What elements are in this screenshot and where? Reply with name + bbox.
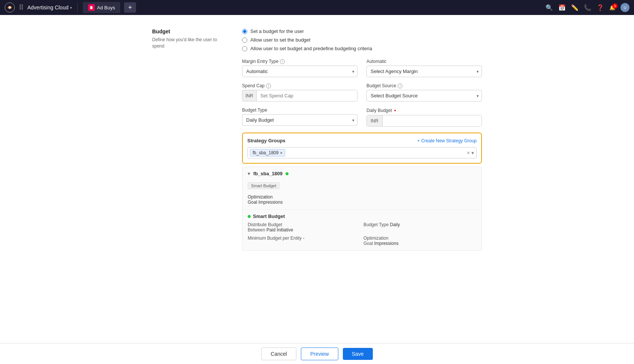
smart-budget-badge-wrapper: Smart Budget	[242, 180, 481, 189]
daily-budget-group: Daily Budget • INR 10	[366, 107, 482, 127]
section-label: Budget Define how you'd like the user to…	[152, 28, 227, 251]
svg-point-1	[9, 6, 11, 9]
agency-margin-select[interactable]: Select Agency Margin	[366, 66, 482, 77]
brand-menu[interactable]: Advertising Cloud ▾	[27, 4, 72, 10]
margin-entry-type-select-wrapper: Automatic Manual	[242, 66, 357, 77]
strategy-groups-input[interactable]: fb_sba_1809 × × ▾	[247, 147, 477, 158]
radio-set-budget[interactable]: Set a budget for the user	[242, 28, 482, 34]
margin-entry-type-select[interactable]: Automatic Manual	[242, 66, 357, 77]
section-description: Define how you'd like the user to spend	[152, 37, 227, 49]
radio-allow-predefine[interactable]: Allow user to set budget and predefine b…	[242, 46, 482, 51]
form-grid-top: Margin Entry Type i Automatic Manual Aut…	[242, 59, 482, 77]
smart-goal-key: Goal	[363, 241, 374, 246]
tag-actions: × ▾	[467, 150, 474, 156]
radio-set-budget-label: Set a budget for the user	[250, 28, 304, 34]
app-logo	[4, 2, 15, 13]
create-strategy-link[interactable]: + Create New Strategy Group	[417, 138, 477, 143]
smart-budget-grid: Distribute Budget Between Paid Initiativ…	[248, 222, 476, 246]
smart-optimization-key: Optimization	[363, 236, 389, 241]
goal-value: Impressions	[259, 200, 283, 205]
spend-cap-input[interactable]	[257, 90, 357, 101]
add-tab-button[interactable]: +	[124, 2, 136, 13]
grid-icon[interactable]: ⠿	[19, 3, 24, 12]
phone-icon[interactable]: 📞	[584, 4, 591, 11]
budget-source-info-icon[interactable]: i	[398, 84, 402, 88]
strategy-tag-remove[interactable]: ×	[280, 151, 282, 155]
strategy-tag: fb_sba_1809 ×	[250, 149, 285, 157]
automatic-label: Automatic	[366, 59, 482, 64]
strategy-groups-box: Strategy Groups + Create New Strategy Gr…	[242, 133, 482, 164]
smart-budget-badge: Smart Budget	[248, 182, 280, 189]
section-title: Budget	[152, 28, 227, 34]
min-budget-row: Minimum Budget per Entity -	[248, 236, 360, 246]
nav-divider	[77, 3, 78, 12]
strategy-tag-label: fb_sba_1809	[253, 150, 278, 155]
budget-type-select[interactable]: Daily Budget Lifetime Budget	[242, 114, 357, 126]
agency-margin-select-wrapper: Select Agency Margin	[366, 66, 482, 77]
topnav-right: 🔍 📅 ✏️ 📞 ❓ 🔔 3 U	[546, 3, 630, 12]
between-key: Between	[248, 227, 266, 233]
daily-budget-currency: INR	[367, 115, 383, 126]
spend-cap-info-icon[interactable]: i	[266, 84, 271, 88]
form-grid-mid: Spend Cap i INR Budget Source i	[242, 83, 482, 101]
user-avatar[interactable]: U	[621, 3, 630, 12]
smart-goal-value: Impressions	[374, 241, 399, 246]
budget-source-label: Budget Source i	[366, 83, 482, 88]
smart-budget-label: Smart Budget	[253, 213, 285, 219]
brand-chevron-icon: ▾	[70, 6, 72, 10]
daily-budget-input-group: INR 10	[366, 115, 482, 127]
budget-type-select-wrapper: Daily Budget Lifetime Budget	[242, 114, 357, 126]
daily-budget-input[interactable]: 10	[383, 115, 481, 126]
strategy-detail-body: Optimization Goal Impressions	[242, 189, 481, 209]
optimization-row: Optimization Goal Impressions	[248, 194, 476, 205]
brand-label: Advertising Cloud	[27, 4, 69, 10]
spend-cap-currency: INR	[242, 90, 257, 101]
radio-allow-user[interactable]: Allow user to set the budget	[242, 37, 482, 43]
calendar-icon[interactable]: 📅	[558, 4, 566, 11]
spend-cap-label: Spend Cap i	[242, 83, 357, 88]
strategy-tag-input[interactable]	[287, 149, 465, 157]
notification-count: 3	[612, 3, 618, 9]
strategy-detail-name: fb_sba_1809	[253, 171, 283, 176]
search-icon[interactable]: 🔍	[546, 4, 553, 11]
margin-entry-type-label: Margin Entry Type i	[242, 59, 357, 64]
goal-label: Goal	[248, 200, 259, 205]
budget-type-value: Daily	[390, 222, 400, 227]
tab-ad-buys[interactable]: 📋 Ad Buys	[83, 2, 120, 13]
distribute-budget-row: Distribute Budget Between Paid Initiativ…	[248, 222, 360, 233]
spend-cap-group: Spend Cap i INR	[242, 83, 357, 101]
smart-optimization-row: Optimization Goal Impressions	[363, 236, 476, 246]
help-icon[interactable]: ❓	[597, 4, 604, 11]
budget-type-key: Budget Type	[363, 222, 390, 227]
budget-type-group: Budget Type Daily Budget Lifetime Budget	[242, 107, 357, 127]
notification-bell[interactable]: 🔔 3	[609, 5, 615, 10]
min-budget-value: -	[303, 236, 304, 241]
collapse-icon[interactable]: ▾	[248, 171, 250, 176]
topnav: ⠿ Advertising Cloud ▾ 📋 Ad Buys + 🔍 📅 ✏️…	[0, 0, 634, 15]
form-grid-budget-type: Budget Type Daily Budget Lifetime Budget…	[242, 107, 482, 127]
daily-budget-label: Daily Budget •	[366, 107, 482, 113]
tag-chevron-icon[interactable]: ▾	[471, 150, 474, 156]
strategy-status-dot	[286, 172, 289, 175]
section-fields: Set a budget for the user Allow user to …	[242, 28, 482, 251]
edit-icon[interactable]: ✏️	[571, 4, 579, 11]
budget-radio-group: Set a budget for the user Allow user to …	[242, 28, 482, 51]
tab-icon: 📋	[88, 4, 95, 11]
min-budget-key: Minimum Budget per Entity	[248, 236, 303, 241]
smart-budget-section-title: Smart Budget	[248, 213, 476, 219]
smart-budget-section: Smart Budget Distribute Budget Between P…	[242, 209, 481, 251]
strategy-groups-title: Strategy Groups	[247, 138, 286, 143]
budget-source-select-wrapper: Select Budget Source	[366, 90, 482, 101]
margin-info-icon[interactable]: i	[280, 59, 285, 64]
tab-label: Ad Buys	[97, 5, 115, 10]
tag-clear-icon[interactable]: ×	[467, 150, 470, 156]
budget-type-row: Budget Type Daily	[363, 222, 476, 233]
daily-budget-required: •	[394, 107, 396, 113]
spend-cap-input-group: INR	[242, 90, 357, 101]
radio-allow-predefine-label: Allow user to set budget and predefine b…	[250, 46, 372, 51]
budget-source-select[interactable]: Select Budget Source	[366, 90, 482, 101]
margin-entry-type-group: Margin Entry Type i Automatic Manual	[242, 59, 357, 77]
main-content: Budget Define how you'd like the user to…	[0, 15, 634, 343]
budget-source-group: Budget Source i Select Budget Source	[366, 83, 482, 101]
strategy-detail-header: ▾ fb_sba_1809	[242, 167, 481, 180]
